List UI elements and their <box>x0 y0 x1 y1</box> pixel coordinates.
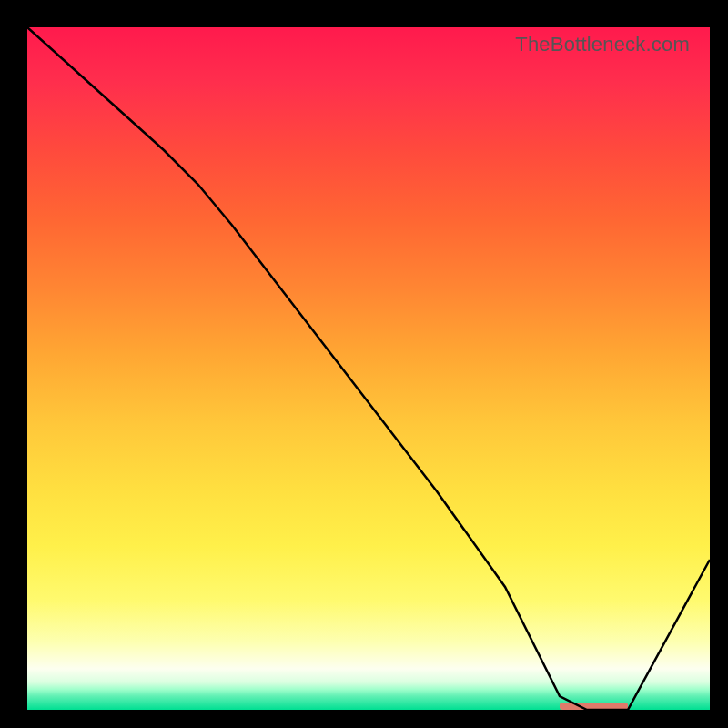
y-axis-region <box>0 27 27 710</box>
x-axis-region <box>27 710 710 728</box>
chart-plot-area: TheBottleneck.com <box>27 27 710 710</box>
chart-svg <box>27 27 710 710</box>
bottleneck-curve-line <box>27 27 710 710</box>
